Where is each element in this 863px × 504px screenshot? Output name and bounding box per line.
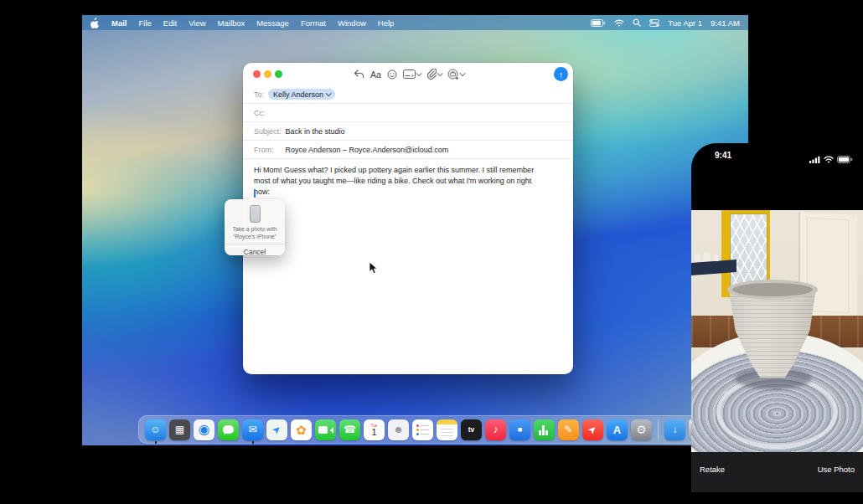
- menu-item-edit[interactable]: Edit: [163, 18, 177, 28]
- menu-item-view[interactable]: View: [189, 18, 205, 28]
- retake-button[interactable]: Retake: [700, 465, 725, 492]
- zoom-window-button[interactable]: [275, 70, 282, 78]
- dock: ☺▦◉✉➤✿☎Tue1☻tv♪■✎➤A⚙ ↓: [138, 415, 716, 444]
- wifi-icon: [824, 152, 834, 167]
- settings-dock-icon[interactable]: ⚙: [631, 419, 652, 440]
- phone-time: 9:41: [715, 151, 731, 160]
- finder-dock-icon[interactable]: ☺: [145, 419, 166, 440]
- battery-icon[interactable]: [591, 19, 606, 27]
- maps-dock-icon[interactable]: ➤: [266, 419, 287, 440]
- chevron-down-icon: [460, 70, 466, 76]
- minimize-window-button[interactable]: [264, 70, 271, 78]
- chevron-down-icon: [326, 90, 332, 96]
- search-icon[interactable]: [633, 18, 641, 27]
- cancel-button[interactable]: Cancel: [225, 244, 285, 256]
- dock-divider: [658, 419, 659, 440]
- undo-icon[interactable]: [354, 69, 364, 79]
- cc-field[interactable]: Cc:: [243, 104, 573, 122]
- tv-dock-icon[interactable]: tv: [461, 419, 482, 440]
- window-lattice: [730, 213, 767, 289]
- from-label: From:: [254, 146, 274, 154]
- menu-item-format[interactable]: Format: [301, 18, 326, 28]
- reminders-dock-icon[interactable]: [412, 419, 433, 440]
- subject-label: Subject:: [254, 127, 282, 136]
- facetime-dock-icon[interactable]: [315, 419, 336, 440]
- menu-item-help[interactable]: Help: [378, 18, 395, 28]
- menu-item-file[interactable]: File: [138, 18, 151, 28]
- recipient-token[interactable]: Kelly Anderson: [268, 89, 335, 100]
- menu-item-mail-app[interactable]: Mail: [111, 18, 127, 28]
- subject-value: Back in the studio: [286, 127, 345, 136]
- rocket-dock-icon[interactable]: ➤: [582, 419, 603, 440]
- callout-line2: “Royce’s iPhone”: [225, 233, 285, 240]
- pottery-piece: [714, 255, 719, 261]
- to-label: To:: [254, 90, 264, 99]
- mail-dock-icon[interactable]: ✉: [242, 419, 263, 440]
- mac-desktop: Mail File Edit View Mailbox Message Form…: [82, 15, 748, 445]
- iphone-icon: [250, 205, 261, 223]
- menu-time[interactable]: 9:41 AM: [711, 18, 740, 28]
- dock-apps: ☺▦◉✉➤✿☎Tue1☻tv♪■✎➤A⚙: [145, 419, 652, 440]
- menu-date[interactable]: Tue Apr 1: [668, 18, 702, 28]
- app-store-dock-icon[interactable]: A: [607, 419, 628, 440]
- to-field[interactable]: To: Kelly Anderson: [243, 85, 573, 104]
- from-value: Royce Anderson – Royce.Anderson@icloud.c…: [286, 146, 449, 154]
- attach-icon[interactable]: [426, 69, 442, 80]
- use-photo-button[interactable]: Use Photo: [818, 465, 855, 492]
- send-button[interactable]: ↑: [554, 67, 568, 81]
- emoji-icon[interactable]: [387, 69, 397, 80]
- numbers-dock-icon[interactable]: [534, 419, 555, 440]
- camera-preview: [691, 210, 863, 452]
- pottery-piece: [703, 252, 711, 261]
- callout-line1: Take a photo with: [225, 225, 285, 233]
- photos-dock-icon[interactable]: ✿: [291, 419, 312, 440]
- compose-toolbar: Aa: [243, 63, 573, 85]
- apple-menu-icon[interactable]: [90, 18, 100, 28]
- close-window-button[interactable]: [253, 70, 261, 78]
- contacts-dock-icon[interactable]: ☻: [388, 419, 409, 440]
- chevron-down-icon: [416, 70, 422, 76]
- music-dock-icon[interactable]: ♪: [485, 419, 506, 440]
- clay-pot-rim: [727, 280, 818, 300]
- letterhead-icon[interactable]: [403, 69, 421, 79]
- message-body[interactable]: Hi Mom! Guess what? I picked up pottery …: [243, 159, 558, 203]
- menu-item-window[interactable]: Window: [338, 18, 366, 28]
- notes-dock-icon[interactable]: [437, 419, 457, 440]
- launchpad-dock-icon[interactable]: ▦: [169, 419, 190, 440]
- cellular-signal-icon: [809, 152, 820, 167]
- take-photo-callout: Take a photo with “Royce’s iPhone” Cance…: [225, 199, 285, 255]
- menu-item-message[interactable]: Message: [256, 18, 289, 28]
- insert-photo-icon[interactable]: [447, 69, 464, 80]
- mouse-cursor: [369, 262, 379, 278]
- control-center-icon[interactable]: [649, 19, 659, 27]
- keynote-dock-icon[interactable]: ■: [509, 419, 530, 440]
- mail-compose-window: Aa: [243, 63, 573, 374]
- pages-dock-icon[interactable]: ✎: [558, 419, 579, 440]
- messages-dock-icon[interactable]: [218, 419, 239, 440]
- chevron-down-icon: [437, 70, 443, 76]
- wifi-icon[interactable]: [614, 19, 624, 27]
- phone-dock-icon[interactable]: ☎: [339, 419, 360, 440]
- safari-dock-icon[interactable]: ◉: [194, 419, 214, 440]
- menu-item-mailbox[interactable]: Mailbox: [218, 18, 245, 28]
- subject-field[interactable]: Subject: Back in the studio: [243, 122, 573, 141]
- cc-label: Cc:: [254, 109, 266, 117]
- battery-icon: [837, 152, 853, 167]
- from-field[interactable]: From: Royce Anderson – Royce.Anderson@ic…: [243, 141, 573, 159]
- pottery-piece: [695, 254, 700, 261]
- screenshot-stage: Mail File Edit View Mailbox Message Form…: [0, 0, 863, 504]
- iphone-screen: 9:41: [691, 143, 863, 504]
- menu-bar: Mail File Edit View Mailbox Message Form…: [82, 15, 748, 30]
- format-icon[interactable]: Aa: [370, 69, 381, 80]
- phone-status-bar: 9:41: [691, 143, 863, 167]
- calendar-dock-icon[interactable]: Tue1: [364, 419, 385, 440]
- downloads-dock-icon[interactable]: ↓: [664, 419, 685, 440]
- camera-action-bar: Retake Use Photo: [691, 452, 863, 492]
